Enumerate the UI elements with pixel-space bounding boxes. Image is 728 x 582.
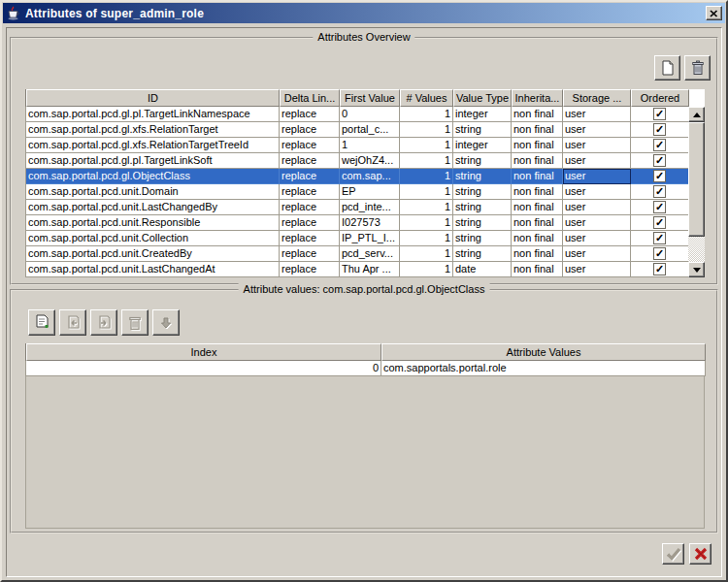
- column-header[interactable]: Index: [26, 343, 381, 361]
- delete-attribute-button[interactable]: [684, 55, 711, 81]
- cell-first-value[interactable]: 1: [340, 138, 400, 153]
- cell-first-value[interactable]: pcd_inte...: [340, 200, 400, 215]
- cell-inheritance[interactable]: non final: [512, 122, 563, 138]
- cell-inheritance[interactable]: non final: [512, 262, 563, 277]
- cell-delta-link[interactable]: replace: [280, 184, 340, 200]
- column-header[interactable]: First Value: [340, 89, 400, 107]
- cell-storage[interactable]: user: [563, 122, 631, 138]
- cell-storage[interactable]: user: [563, 138, 631, 153]
- attribute-row[interactable]: com.sap.portal.pcd.unit.LastChangedAtrep…: [25, 262, 705, 277]
- cell-value-type[interactable]: date: [453, 262, 512, 277]
- cell-delta-link[interactable]: replace: [280, 107, 340, 122]
- cell-inheritance[interactable]: non final: [512, 184, 563, 200]
- cell-id[interactable]: com.sap.portal.pcd.gl.pl.TargetLinkSoft: [26, 153, 280, 169]
- cell-storage[interactable]: user: [563, 262, 631, 277]
- column-header[interactable]: # Values: [400, 89, 453, 107]
- cell-id[interactable]: com.sap.portal.pcd.gl.pl.TargetLinkNames…: [26, 107, 280, 122]
- cell-first-value[interactable]: wejOhZ4...: [340, 153, 400, 169]
- attribute-row[interactable]: com.sap.portal.pcd.unit.DomainreplaceEP1…: [25, 184, 705, 200]
- cell-first-value[interactable]: EP: [340, 184, 400, 200]
- titlebar[interactable]: Attributes of super_admin_role: [3, 3, 725, 23]
- attribute-row[interactable]: com.sap.portal.pcd.unit.Collectionreplac…: [25, 231, 705, 246]
- value-arrow-right-button[interactable]: [90, 309, 117, 336]
- cell-value-type[interactable]: string: [453, 122, 512, 138]
- column-header[interactable]: Inherita...: [512, 89, 563, 107]
- cell-inheritance[interactable]: non final: [512, 200, 563, 215]
- cell-inheritance[interactable]: non final: [512, 138, 563, 153]
- cell-num-values[interactable]: 1: [400, 138, 453, 153]
- cell-delta-link[interactable]: replace: [280, 246, 340, 262]
- ordered-checkbox[interactable]: ✓: [653, 154, 666, 167]
- cell-id[interactable]: com.sap.portal.pcd.unit.CreatedBy: [26, 246, 280, 262]
- scrollbar-track[interactable]: [688, 237, 705, 262]
- cell-id[interactable]: com.sap.portal.pcd.unit.Collection: [26, 231, 280, 246]
- attributes-table-scrollbar[interactable]: [688, 107, 705, 277]
- cell-first-value[interactable]: Thu Apr ...: [340, 262, 400, 277]
- attribute-row[interactable]: com.sap.portal.pcd.gl.pl.TargetLinkSoftr…: [25, 153, 705, 169]
- cell-value-type[interactable]: integer: [453, 138, 512, 153]
- attribute-row[interactable]: com.sap.portal.pcd.gl.pl.TargetLinkNames…: [25, 107, 705, 122]
- cell-first-value[interactable]: 0: [340, 107, 400, 122]
- ordered-checkbox[interactable]: ✓: [653, 185, 666, 198]
- column-header[interactable]: Delta Lin...: [280, 89, 340, 107]
- cell-value-type[interactable]: string: [453, 246, 512, 262]
- attribute-row[interactable]: com.sap.portal.pcd.unit.LastChangedByrep…: [25, 200, 705, 215]
- cell-value-type[interactable]: string: [453, 231, 512, 246]
- cell-num-values[interactable]: 1: [400, 169, 453, 184]
- cell-storage[interactable]: user: [563, 215, 631, 231]
- cell-storage[interactable]: user: [563, 231, 631, 246]
- cell-first-value[interactable]: com.sap...: [340, 169, 400, 184]
- cell-id[interactable]: com.sap.portal.pcd.unit.LastChangedBy: [26, 200, 280, 215]
- cell-num-values[interactable]: 1: [400, 122, 453, 138]
- cell-inheritance[interactable]: non final: [512, 107, 563, 122]
- cell-storage[interactable]: user: [563, 153, 631, 169]
- attribute-row[interactable]: com.sap.portal.pcd.unit.Responsiblerepla…: [25, 215, 705, 231]
- cell-storage[interactable]: user: [563, 246, 631, 262]
- cell-value-type[interactable]: string: [453, 169, 512, 184]
- cell-id[interactable]: com.sap.portal.pcd.gl.ObjectClass: [26, 169, 280, 184]
- column-header[interactable]: Value Type: [453, 89, 512, 107]
- cell-index[interactable]: 0: [26, 361, 381, 376]
- cell-value-type[interactable]: integer: [453, 107, 512, 122]
- cell-num-values[interactable]: 1: [400, 231, 453, 246]
- ordered-checkbox[interactable]: ✓: [653, 139, 666, 151]
- move-down-button[interactable]: [152, 309, 180, 336]
- cell-first-value[interactable]: pcd_serv...: [340, 246, 400, 262]
- ordered-checkbox[interactable]: ✓: [653, 201, 666, 213]
- attribute-row[interactable]: com.sap.portal.pcd.gl.xfs.RelationTarget…: [25, 122, 705, 138]
- ordered-checkbox[interactable]: ✓: [653, 170, 666, 182]
- cell-delta-link[interactable]: replace: [280, 215, 340, 231]
- cell-inheritance[interactable]: non final: [512, 169, 563, 184]
- cell-inheritance[interactable]: non final: [512, 153, 563, 169]
- attribute-row[interactable]: com.sap.portal.pcd.gl.ObjectClassreplace…: [25, 169, 705, 184]
- cell-num-values[interactable]: 1: [400, 153, 453, 169]
- ordered-checkbox[interactable]: ✓: [653, 232, 666, 244]
- column-header[interactable]: Attribute Values: [381, 343, 706, 361]
- cell-num-values[interactable]: 1: [400, 200, 453, 215]
- cell-inheritance[interactable]: non final: [512, 231, 563, 246]
- cell-id[interactable]: com.sap.portal.pcd.gl.xfs.RelationTarget: [26, 122, 280, 138]
- value-arrow-left-button[interactable]: [59, 309, 86, 336]
- column-header[interactable]: Ordered: [631, 89, 689, 107]
- cell-value[interactable]: com.sapportals.portal.role: [381, 361, 706, 376]
- attribute-row[interactable]: com.sap.portal.pcd.unit.CreatedByreplace…: [25, 246, 705, 262]
- cell-inheritance[interactable]: non final: [512, 246, 563, 262]
- cell-id[interactable]: com.sap.portal.pcd.unit.LastChangedAt: [26, 262, 280, 277]
- cell-num-values[interactable]: 1: [400, 246, 453, 262]
- cell-delta-link[interactable]: replace: [280, 200, 340, 215]
- cell-delta-link[interactable]: replace: [280, 231, 340, 246]
- ordered-checkbox[interactable]: ✓: [653, 108, 666, 120]
- confirm-button[interactable]: [662, 543, 684, 565]
- add-value-button[interactable]: [28, 309, 55, 336]
- cancel-button[interactable]: [689, 543, 711, 565]
- cell-value-type[interactable]: string: [453, 215, 512, 231]
- cell-first-value[interactable]: IP_PTL_I...: [340, 231, 400, 246]
- cell-storage[interactable]: user: [563, 184, 631, 200]
- cell-num-values[interactable]: 1: [400, 215, 453, 231]
- ordered-checkbox[interactable]: ✓: [653, 123, 666, 136]
- ordered-checkbox[interactable]: ✓: [653, 263, 666, 275]
- scroll-down-button[interactable]: [688, 262, 705, 277]
- scrollbar-thumb[interactable]: [688, 122, 705, 237]
- ordered-checkbox[interactable]: ✓: [653, 247, 666, 260]
- delete-value-button[interactable]: [121, 309, 149, 336]
